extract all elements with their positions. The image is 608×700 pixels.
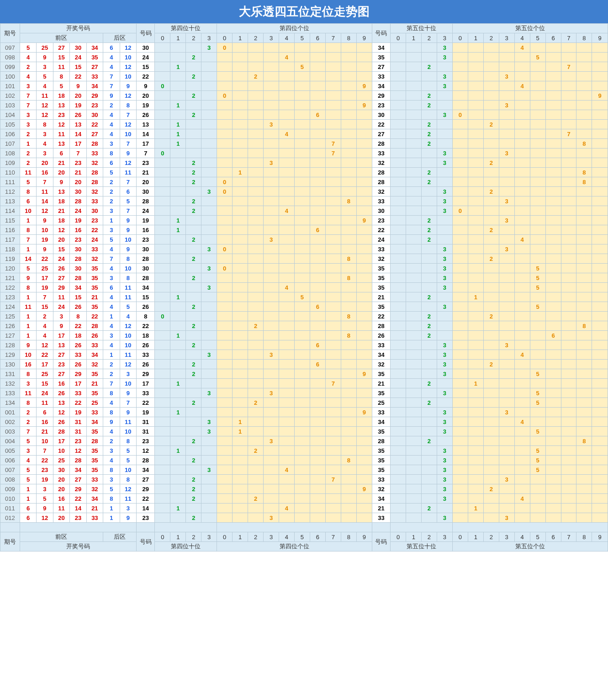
cell-4t (155, 53, 170, 62)
cell-period: 118 (0, 244, 20, 254)
cell-4u (356, 475, 372, 484)
cell-5t: 2 (421, 62, 437, 72)
cell-4u (294, 340, 310, 350)
cell-back: 7 (103, 72, 120, 81)
cell-5u (561, 379, 576, 388)
cell-4u (325, 436, 341, 446)
cell-5u (561, 456, 576, 465)
cell-front: 1 (20, 244, 36, 254)
cell-5u: 3 (499, 475, 514, 484)
cell-4t: 3 (201, 417, 217, 427)
cell-5u: 2 (483, 158, 499, 168)
cell-5t (391, 254, 406, 264)
cell-5u (592, 129, 608, 139)
cell-5u (452, 158, 468, 168)
cell-5t (406, 427, 422, 436)
cell-4u (264, 72, 279, 81)
cell-4u (341, 168, 356, 177)
cell-4u (341, 436, 356, 446)
cell-5t (406, 148, 422, 158)
cell-5t: 3 (437, 244, 452, 254)
cell-code1: 20 (137, 177, 155, 187)
cell-4u (310, 283, 325, 292)
cell-4t: 3 (201, 350, 217, 360)
cell-5t: 2 (421, 504, 437, 513)
cell-4u: 6 (310, 340, 325, 350)
cell-code2: 33 (372, 340, 390, 350)
cell-4u (310, 168, 325, 177)
cell-5t (421, 187, 437, 196)
cell-back: 10 (120, 427, 137, 436)
cell-4u (356, 465, 372, 475)
cell-front: 19 (37, 475, 53, 484)
cell-5t (421, 513, 437, 523)
cell-5u (545, 273, 561, 283)
cell-4t (155, 158, 170, 168)
cell-5u (514, 484, 530, 494)
th-g5t: 第五位十位 (391, 24, 453, 33)
cell-5u (468, 81, 483, 91)
cell-4u (248, 312, 264, 321)
cell-4u (341, 350, 356, 360)
cell-5u (468, 158, 483, 168)
cell-4u (233, 196, 248, 206)
cell-code2: 25 (372, 398, 390, 408)
cell-4t (170, 484, 186, 494)
cell-4u (294, 148, 310, 158)
cell-5u (561, 388, 576, 398)
cell-5u (576, 360, 592, 369)
cell-4u (264, 264, 279, 273)
cell-5u (452, 465, 468, 475)
cell-5u (561, 446, 576, 456)
cell-4u: 4 (279, 129, 295, 139)
cell-4u: 1 (233, 417, 248, 427)
cell-4u (233, 494, 248, 504)
cell-5u (468, 72, 483, 81)
cell-front: 12 (37, 513, 53, 523)
cell-front: 21 (37, 427, 53, 436)
cell-4u (341, 62, 356, 72)
cell-5u (483, 91, 499, 101)
cell-5u (545, 504, 561, 513)
cell-4u (294, 264, 310, 273)
cell-4t: 2 (186, 340, 201, 350)
cell-5u (468, 129, 483, 139)
cell-period: 120 (0, 264, 20, 273)
cell-code1: 31 (137, 427, 155, 436)
cell-back: 7 (120, 177, 137, 187)
cell-4u (248, 187, 264, 196)
cell-5t (391, 388, 406, 398)
cell-5u (592, 312, 608, 321)
cell-5u (592, 168, 608, 177)
cell-4t (201, 331, 217, 340)
cell-5u (576, 158, 592, 168)
cell-back: 11 (120, 292, 137, 302)
cell-back: 12 (120, 360, 137, 369)
cell-4u (248, 62, 264, 72)
cell-4u: 8 (341, 312, 356, 321)
cell-4u (233, 206, 248, 216)
cell-4t (155, 484, 170, 494)
cell-5u (545, 388, 561, 398)
cell-4t (155, 216, 170, 225)
cell-back: 2 (103, 369, 120, 379)
cell-5t (437, 168, 452, 177)
cell-4t (155, 513, 170, 523)
cell-5u (530, 513, 545, 523)
cell-4t (170, 110, 186, 120)
cell-4u (264, 465, 279, 475)
cell-5u (514, 292, 530, 302)
cell-4u: 5 (294, 292, 310, 302)
cell-4u (356, 360, 372, 369)
cell-4u: 2 (248, 398, 264, 408)
cell-5t: 3 (437, 484, 452, 494)
cell-5u (452, 494, 468, 504)
cell-code1: 26 (137, 360, 155, 369)
cell-front: 9 (53, 321, 69, 331)
cell-back: 11 (120, 350, 137, 360)
cell-5t (391, 283, 406, 292)
cell-4t: 1 (170, 120, 186, 129)
cell-code1: 28 (137, 273, 155, 283)
cell-4u (264, 177, 279, 187)
cell-front: 12 (70, 446, 86, 456)
